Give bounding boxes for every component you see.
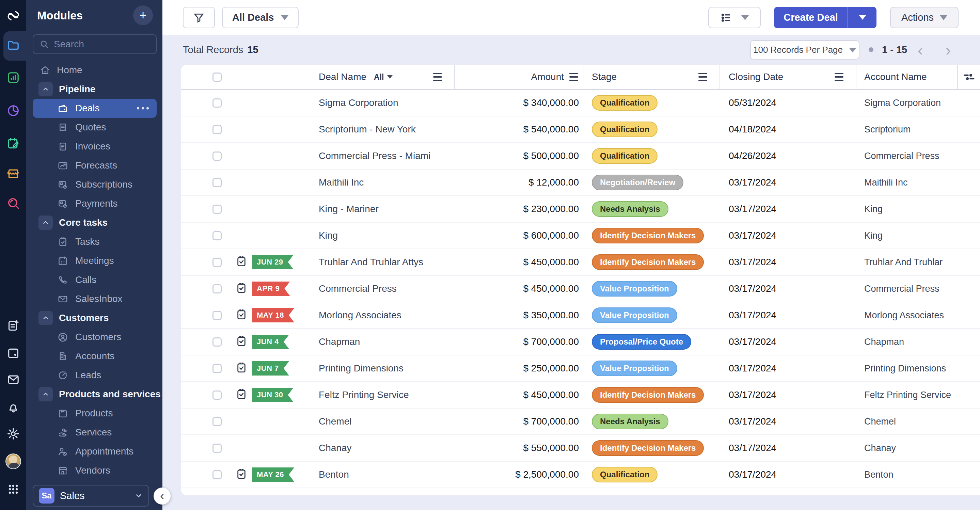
magnifier-icon[interactable]	[0, 192, 26, 214]
task-icon[interactable]	[235, 254, 248, 270]
table-row[interactable]: JUN 4Chapman$ 700,000.00Proposal/Price Q…	[181, 329, 980, 356]
account-name[interactable]: Commercial Press	[864, 284, 939, 294]
calendar-edit-icon[interactable]	[0, 132, 26, 154]
task-due-flag[interactable]: JUN 29	[252, 255, 294, 269]
sidebar-item-vendors[interactable]: Vendors	[26, 461, 162, 480]
column-menu-icon[interactable]	[835, 73, 843, 81]
envelope-icon[interactable]	[0, 369, 26, 391]
select-all-checkbox[interactable]	[213, 73, 222, 82]
row-checkbox[interactable]	[213, 151, 222, 161]
task-due-flag[interactable]: JUN 4	[252, 335, 289, 349]
pagination-next-button[interactable]: ›	[946, 35, 951, 65]
row-checkbox[interactable]	[213, 337, 222, 346]
deal-name-filter-dropdown[interactable]: All	[374, 73, 393, 82]
account-name[interactable]: Truhlar And Truhlar	[864, 257, 943, 268]
column-header-account-name[interactable]: Account Name	[856, 65, 958, 89]
create-deal-button[interactable]: Create Deal	[774, 7, 848, 28]
account-name[interactable]: Chanay	[864, 443, 896, 453]
sidebar-collapse-button[interactable]: ‹	[154, 488, 170, 505]
account-name[interactable]: Sigma Corporation	[864, 98, 941, 108]
pagination-prev-button[interactable]: ‹	[918, 35, 923, 65]
storefront-icon[interactable]	[0, 163, 26, 184]
sidebar-item-appointments[interactable]: Appointments	[26, 442, 162, 461]
account-name[interactable]: King	[864, 230, 883, 241]
deal-name[interactable]: Chanay	[319, 443, 352, 453]
sidebar-item-salesinbox[interactable]: SalesInbox	[26, 289, 162, 308]
deal-name[interactable]: Commercial Press	[319, 283, 397, 294]
add-module-button[interactable]: +	[133, 5, 153, 25]
sidebar-item-customers[interactable]: Customers	[26, 327, 162, 346]
row-checkbox[interactable]	[213, 391, 222, 400]
deal-name[interactable]: Sigma Corporation	[319, 97, 398, 108]
table-row[interactable]: Maithili Inc$ 12,000.00Negotiation/Revie…	[181, 170, 980, 196]
gear-icon[interactable]	[0, 423, 26, 445]
sidebar-item-deals[interactable]: Deals	[26, 99, 162, 118]
deal-name[interactable]: Morlong Associates	[319, 310, 401, 321]
section-collapse-button[interactable]	[38, 387, 53, 401]
more-options-icon[interactable]	[137, 107, 149, 110]
task-icon[interactable]	[235, 467, 248, 482]
records-per-page-select[interactable]: 100 Records Per Page	[750, 40, 859, 60]
list-view-toggle[interactable]	[708, 7, 761, 28]
task-icon[interactable]	[235, 307, 248, 323]
sidebar-item-accounts[interactable]: Accounts	[26, 346, 162, 365]
row-checkbox[interactable]	[213, 258, 222, 267]
bar-chart-icon[interactable]	[0, 67, 26, 89]
sidebar-item-tasks[interactable]: Tasks	[26, 232, 162, 251]
sidebar-item-meetings[interactable]: Meetings	[26, 251, 162, 270]
zoho-logo-icon[interactable]	[0, 5, 26, 27]
deal-name[interactable]: King - Mariner	[319, 203, 379, 214]
sidebar-item-calls[interactable]: Calls	[26, 270, 162, 289]
view-selector[interactable]: All Deals	[222, 7, 299, 28]
sidebar-item-subscriptions[interactable]: Subscriptions	[26, 175, 162, 194]
workspace-selector[interactable]: Sa Sales	[33, 485, 149, 507]
table-row[interactable]: King$ 600,000.00Identify Decision Makers…	[181, 222, 980, 249]
table-row[interactable]: King - Mariner$ 230,000.00Needs Analysis…	[181, 196, 980, 222]
task-icon[interactable]	[235, 281, 248, 297]
column-header-closing-date[interactable]: Closing Date	[720, 65, 856, 89]
account-name[interactable]: Morlong Associates	[864, 310, 944, 321]
row-checkbox[interactable]	[213, 364, 222, 373]
task-due-flag[interactable]: MAY 26	[252, 467, 294, 482]
table-row[interactable]: Chanay$ 550,000.00Identify Decision Make…	[181, 435, 980, 462]
account-name[interactable]: Maithili Inc	[864, 177, 908, 188]
deal-name[interactable]: Benton	[319, 469, 349, 480]
account-name[interactable]: Chemel	[864, 416, 896, 427]
task-due-flag[interactable]: MAY 18	[252, 308, 294, 323]
deal-name[interactable]: Chapman	[319, 336, 360, 347]
deal-name[interactable]: Maithili Inc	[319, 177, 364, 188]
row-checkbox[interactable]	[213, 311, 222, 320]
task-icon[interactable]	[235, 334, 248, 350]
sidebar-item-customers[interactable]: Customers	[26, 308, 162, 327]
deal-name[interactable]: Scriptorium - New York	[319, 124, 416, 135]
user-avatar[interactable]	[0, 450, 26, 472]
customize-columns-button[interactable]	[958, 65, 980, 89]
column-header-stage[interactable]: Stage	[584, 65, 720, 89]
table-row[interactable]: MAY 26Benton$ 2,500,000.00Qualification0…	[181, 462, 980, 488]
row-checkbox[interactable]	[213, 417, 222, 426]
deal-name[interactable]: Truhlar And Truhlar Attys	[319, 257, 423, 268]
task-icon[interactable]	[235, 387, 248, 403]
task-due-flag[interactable]: JUN 30	[252, 388, 294, 402]
account-name[interactable]: Scriptorium	[864, 124, 911, 135]
sidebar-item-payments[interactable]: Payments	[26, 194, 162, 213]
task-due-flag[interactable]: APR 9	[252, 281, 290, 296]
account-name[interactable]: King	[864, 204, 883, 214]
grid-dots-icon[interactable]	[0, 478, 26, 500]
sidebar-item-core-tasks[interactable]: Core tasks	[26, 213, 162, 232]
table-row[interactable]: APR 9Commercial Press$ 450,000.00Value P…	[181, 276, 980, 302]
row-checkbox[interactable]	[213, 205, 222, 214]
column-menu-icon[interactable]	[698, 73, 707, 81]
account-name[interactable]: Chapman	[864, 337, 904, 347]
task-due-flag[interactable]: JUN 7	[252, 361, 289, 375]
task-icon[interactable]	[235, 361, 248, 376]
table-row[interactable]: Scriptorium - New York$ 540,000.00Qualif…	[181, 116, 980, 143]
pie-chart-icon[interactable]	[0, 100, 26, 122]
deal-name[interactable]: Chemel	[319, 416, 352, 427]
table-row[interactable]: Commercial Press - Miami$ 500,000.00Qual…	[181, 143, 980, 170]
account-name[interactable]: Feltz Printing Service	[864, 390, 951, 400]
calendar-dot-icon[interactable]	[0, 342, 26, 364]
column-header-amount[interactable]: Amount	[455, 65, 584, 89]
table-row[interactable]: JUN 7Printing Dimensions$ 250,000.00Valu…	[181, 356, 980, 382]
table-row[interactable]: MAY 18Morlong Associates$ 350,000.00Valu…	[181, 302, 980, 329]
